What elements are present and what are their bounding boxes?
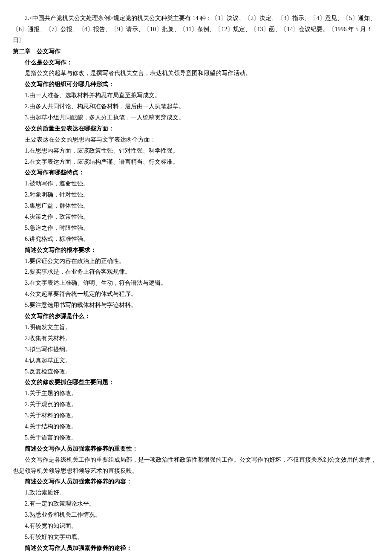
- list-item: 4.决策之作，政策性强。: [13, 211, 379, 223]
- list-item: 6.讲究格式，标准性强。: [13, 234, 379, 245]
- heading-importance: 简述公文写作人员加强素养修养的重要性：: [13, 443, 379, 454]
- heading-what-is-writing: 什么是公文写作：: [13, 57, 379, 68]
- list-item: 2.在文字表达方面，应该结构严谨、语言精当、行文标准。: [13, 156, 379, 168]
- list-item: 3.熟悉业务和机关工作情况。: [13, 509, 379, 520]
- heading-features: 公文写作有哪些特点：: [13, 167, 379, 178]
- list-item: 1.由一人准备、选取材料并构思布局直至拟写成文。: [13, 90, 379, 101]
- chapter-2-title: 第二章 公文写作: [13, 46, 379, 57]
- list-item: 4.认真起草正文。: [13, 355, 379, 366]
- body-text: 主要表达在公文的思想内容与文字表达两个方面：: [13, 134, 379, 145]
- list-item: 3.在文字表述上准确、鲜明、生动，符合语法与逻辑。: [13, 278, 379, 289]
- heading-quality: 公文的质量主要表达在哪些方面：: [13, 123, 379, 134]
- list-item: 2.关于观点的修改。: [13, 399, 379, 410]
- body-text: 公文写作是各级机关工作的重要组成局部，是一项政治性和政策性都很强的工作。公文写作…: [13, 454, 379, 477]
- list-item: 2.对象明确，针对性强。: [13, 189, 379, 200]
- list-item: 1.关于主题的修改。: [13, 388, 379, 399]
- list-item: 2.收集有关材料。: [13, 333, 379, 344]
- heading-content: 简述公文写作人员加强素养修养的内容：: [13, 476, 379, 487]
- intro-paragraph: 2.<中国共产党机关公文处理条例>规定党的机关公文种类主要有 14 种：〔1〕决…: [13, 13, 379, 46]
- list-item: 1.被动写作，遵命性强。: [13, 178, 379, 189]
- list-item: 4.公文起草要符合统一规定的体式与程序。: [13, 289, 379, 300]
- heading-basic-req: 简述公文写作的根本要求：: [13, 245, 379, 256]
- list-item: 3.由起草小组共同酝酿，多人分工执笔，一人统稿贯穿成文。: [13, 112, 379, 123]
- list-item: 5.关于语言的修改。: [13, 432, 379, 443]
- list-item: 1.政治素质好。: [13, 487, 379, 498]
- list-item: 3.集思广益，群体性强。: [13, 200, 379, 211]
- list-item: 3.关于材料的修改。: [13, 410, 379, 421]
- heading-ways: 简述公文写作人员加强素养修养的途径：: [13, 543, 379, 554]
- list-item: 1.完善自我，勇于创新。: [13, 554, 379, 555]
- list-item: 5.要注意选用书写的载体材料与字迹材料。: [13, 300, 379, 311]
- list-item: 4.有较宽的知识面。: [13, 520, 379, 532]
- list-item: 2.要实事求是，在业务上符合客观规律。: [13, 266, 379, 278]
- list-item: 5.有较好的文字功底。: [13, 532, 379, 543]
- list-item: 5.急迫之作，时限性强。: [13, 223, 379, 234]
- heading-org-forms: 公文写作的组织可分哪几种形式：: [13, 79, 379, 90]
- list-item: 1.在思想内容方面，应该政策性强、针对性强、科学性强。: [13, 145, 379, 156]
- heading-revision: 公文的修改要抓住哪些主要问题：: [13, 377, 379, 388]
- list-item: 1.明确发文主旨。: [13, 322, 379, 333]
- list-item: 4.关于结构的修改。: [13, 421, 379, 432]
- body-text: 是指公文的起草与修改，是撰写者代机关立言，表达机关领导意图和愿望的写作活动。: [13, 68, 379, 79]
- list-item: 5.反复检查修改。: [13, 366, 379, 377]
- list-item: 3.拟出写作提纲。: [13, 344, 379, 355]
- heading-steps: 公文写作的步骤是什么：: [13, 311, 379, 322]
- list-item: 2.由多人共同讨论、构思和准备材料，最后由一人执笔起草。: [13, 101, 379, 112]
- list-item: 2.有一定的政策理论水平。: [13, 498, 379, 509]
- list-item: 1.要保证公文内容在政治上的正确性。: [13, 256, 379, 267]
